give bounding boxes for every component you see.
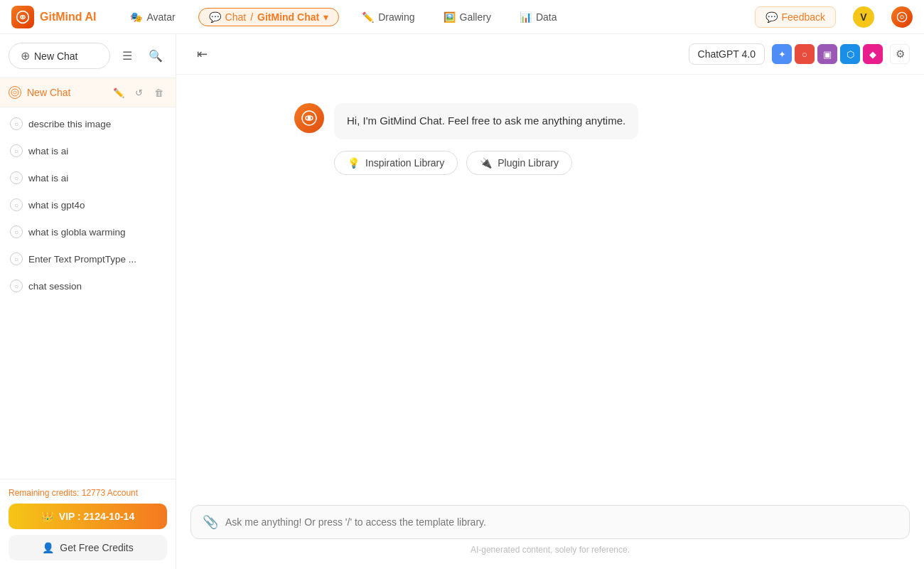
chat-list-toggle[interactable]: ☰ <box>116 45 139 68</box>
collapse-icon: ⇤ <box>197 46 208 62</box>
attach-button[interactable]: 📎 <box>203 514 218 530</box>
list-item[interactable]: ○ Enter Text PromptType ... <box>0 245 176 272</box>
chat-icon: 💬 <box>209 11 221 23</box>
plugin-library-button[interactable]: 🔌 Plugin Library <box>466 151 572 175</box>
collapse-sidebar-button[interactable]: ⇤ <box>190 43 213 65</box>
new-chat-button[interactable]: ⊕ New Chat <box>9 43 110 69</box>
welcome-message: Hi, I'm GitMind Chat. Feel free to ask m… <box>334 103 638 139</box>
topnav: GitMind AI 🎭 Avatar 💬 Chat / GitMind Cha… <box>0 0 924 34</box>
tool-button-3[interactable]: ▣ <box>817 44 837 64</box>
feedback-icon: 💬 <box>765 11 778 23</box>
message-container: Hi, I'm GitMind Chat. Feel free to ask m… <box>294 103 806 192</box>
vip-button[interactable]: 👑 VIP : 2124-10-14 <box>9 504 167 529</box>
library-buttons: 💡 Inspiration Library 🔌 Plugin Library <box>334 151 638 175</box>
chat-input-area: 📎 AI-generated content, solely for refer… <box>176 494 924 569</box>
chat-history-icon: ○ <box>10 225 23 238</box>
svg-point-1 <box>21 16 23 18</box>
svg-point-2 <box>897 12 906 21</box>
chat-history-icon: ○ <box>10 198 23 211</box>
model-tools: ✦ ○ ▣ ⬡ ◆ <box>772 44 883 64</box>
nav-data[interactable]: 📊 Data <box>514 9 563 26</box>
drawing-icon: ✏️ <box>362 11 374 23</box>
search-icon: 🔍 <box>149 49 163 63</box>
svg-point-4 <box>14 91 16 94</box>
bulb-icon: 💡 <box>348 157 360 169</box>
search-button[interactable]: 🔍 <box>144 45 167 68</box>
bot-avatar <box>294 103 324 133</box>
chat-history-icon: ○ <box>10 280 23 292</box>
chat-history-icon: ○ <box>10 252 23 265</box>
app-icon-button[interactable] <box>891 6 913 28</box>
chat-history-list: ○ describe this image ○ what is ai ○ wha… <box>0 107 176 479</box>
chevron-down-icon: ▾ <box>323 11 328 23</box>
chat-messages: Hi, I'm GitMind Chat. Feel free to ask m… <box>176 75 924 494</box>
account-link[interactable]: Account <box>107 488 138 498</box>
list-item[interactable]: ○ describe this image <box>0 110 176 137</box>
current-chat-label: New Chat <box>27 87 104 98</box>
chat-area: ⇤ ChatGPT 4.0 ✦ ○ ▣ ⬡ ◆ <box>176 34 924 569</box>
tool-button-2[interactable]: ○ <box>795 44 815 64</box>
chat-input[interactable] <box>225 516 898 528</box>
chat-history-icon: ○ <box>10 144 23 157</box>
list-item[interactable]: ○ what is ai <box>0 164 176 191</box>
bot-message-content: Hi, I'm GitMind Chat. Feel free to ask m… <box>334 103 638 175</box>
tool3-icon: ▣ <box>823 49 832 60</box>
feedback-button[interactable]: 💬 Feedback <box>755 6 836 28</box>
tool-button-5[interactable]: ◆ <box>863 44 883 64</box>
list-item[interactable]: ○ what is globla warming <box>0 218 176 245</box>
current-chat-icon <box>9 86 21 99</box>
person-icon: 👤 <box>42 542 54 553</box>
sidebar: ⊕ New Chat ☰ 🔍 New Chat ✏️ ↺ 🗑 <box>0 34 176 569</box>
nav-chat[interactable]: 💬 Chat / GitMind Chat ▾ <box>198 8 340 26</box>
credits-display: Remaining credits: 12773 Account <box>9 488 167 498</box>
nav-gallery[interactable]: 🖼️ Gallery <box>438 9 497 26</box>
user-avatar[interactable]: V <box>853 6 874 28</box>
crown-icon: 👑 <box>41 511 53 522</box>
sidebar-footer: Remaining credits: 12773 Account 👑 VIP :… <box>0 479 176 569</box>
list-item[interactable]: ○ chat session <box>0 272 176 299</box>
free-credits-button[interactable]: 👤 Get Free Credits <box>9 535 167 560</box>
tool-button-1[interactable]: ✦ <box>772 44 792 64</box>
model-selector[interactable]: ChatGPT 4.0 <box>689 43 765 65</box>
bot-message: Hi, I'm GitMind Chat. Feel free to ask m… <box>294 103 806 175</box>
app-logo[interactable]: GitMind AI <box>11 6 96 28</box>
chat-history-icon: ○ <box>10 117 23 130</box>
list-item[interactable]: ○ what is gpt4o <box>0 191 176 218</box>
refresh-chat-button[interactable]: ↺ <box>130 84 147 101</box>
chat-history-icon: ○ <box>10 171 23 184</box>
sidebar-header: ⊕ New Chat ☰ 🔍 <box>0 34 176 78</box>
chat-input-wrapper: 📎 <box>190 505 910 539</box>
avatar-icon: 🎭 <box>130 11 142 23</box>
tool-button-4[interactable]: ⬡ <box>840 44 860 64</box>
tool5-icon: ◆ <box>869 49 876 60</box>
list-icon: ☰ <box>122 49 132 63</box>
nav-drawing[interactable]: ✏️ Drawing <box>356 9 420 26</box>
svg-point-6 <box>308 117 311 120</box>
list-item[interactable]: ○ what is ai <box>0 137 176 164</box>
plugin-icon: 🔌 <box>480 157 492 169</box>
tool2-icon: ○ <box>802 49 807 60</box>
footer-note: AI-generated content, solely for referen… <box>190 545 910 555</box>
settings-button[interactable]: ⚙ <box>890 44 910 64</box>
chat-toolbar: ⇤ ChatGPT 4.0 ✦ ○ ▣ ⬡ ◆ <box>176 34 924 75</box>
delete-chat-button[interactable]: 🗑 <box>150 84 167 101</box>
current-chat-item[interactable]: New Chat ✏️ ↺ 🗑 <box>0 78 176 107</box>
svg-point-3 <box>11 89 18 96</box>
plus-icon: ⊕ <box>21 49 30 63</box>
nav-avatar[interactable]: 🎭 Avatar <box>124 9 181 26</box>
main-layout: ⊕ New Chat ☰ 🔍 New Chat ✏️ ↺ 🗑 <box>0 34 924 569</box>
gear-icon: ⚙ <box>896 48 905 60</box>
model-label: ChatGPT 4.0 <box>698 48 756 60</box>
inspiration-library-button[interactable]: 💡 Inspiration Library <box>334 151 458 175</box>
logo-icon <box>11 6 34 28</box>
app-name: GitMind AI <box>40 11 96 23</box>
gallery-icon: 🖼️ <box>444 11 456 23</box>
paperclip-icon: 📎 <box>203 514 218 530</box>
tool4-icon: ⬡ <box>847 49 854 60</box>
edit-chat-button[interactable]: ✏️ <box>110 84 127 101</box>
tool1-icon: ✦ <box>778 49 786 60</box>
current-chat-actions: ✏️ ↺ 🗑 <box>110 84 167 101</box>
data-icon: 📊 <box>520 11 532 23</box>
